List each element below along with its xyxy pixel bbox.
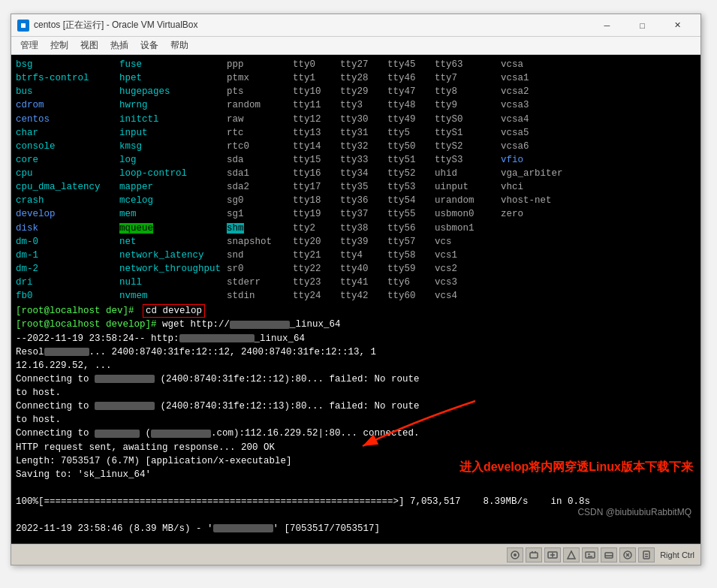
svg-rect-1 — [21, 23, 26, 28]
page-background: centos [正在运行] - Oracle VM VirtualBox ─ □… — [0, 0, 717, 588]
csdn-watermark: CSDN @biubiubiuRabbitMQ — [577, 507, 691, 517]
status-icon-4 — [563, 547, 580, 562]
title-bar: centos [正在运行] - Oracle VM VirtualBox ─ □… — [11, 14, 700, 37]
status-icon-7 — [619, 547, 636, 562]
status-icon-6 — [601, 547, 617, 562]
close-button[interactable]: ✕ — [661, 14, 694, 37]
menu-control[interactable]: 控制 — [44, 38, 74, 53]
status-icon-5 — [582, 547, 598, 562]
menu-hotplug[interactable]: 热插 — [104, 38, 134, 53]
svg-point-4 — [514, 553, 517, 556]
svg-rect-8 — [586, 552, 595, 558]
menu-help[interactable]: 帮助 — [164, 38, 194, 53]
right-ctrl-label: Right Ctrl — [660, 550, 694, 559]
menu-manage[interactable]: 管理 — [14, 38, 44, 53]
menu-bar: 管理 控制 视图 热插 设备 帮助 — [11, 37, 700, 55]
minimize-button[interactable]: ─ — [590, 14, 624, 37]
menu-view[interactable]: 视图 — [74, 38, 104, 53]
status-icon-8 — [638, 547, 655, 562]
terminal-area[interactable]: bsg btrfs-control bus cdrom centos char … — [11, 55, 700, 544]
virtualbox-window: centos [正在运行] - Oracle VM VirtualBox ─ □… — [11, 14, 701, 565]
status-icon-1 — [507, 547, 523, 562]
svg-rect-5 — [530, 553, 538, 558]
status-icon-3 — [544, 547, 561, 562]
window-title: centos [正在运行] - Oracle VM VirtualBox — [34, 19, 586, 32]
cd-develop-command: cd develop — [143, 304, 205, 318]
status-bar: Right Ctrl — [11, 544, 700, 565]
menu-devices[interactable]: 设备 — [134, 38, 164, 53]
vbox-icon — [17, 20, 29, 32]
terminal-output[interactable]: bsg btrfs-control bus cdrom centos char … — [11, 55, 700, 544]
svg-marker-7 — [568, 551, 575, 559]
maximize-button[interactable]: □ — [625, 14, 659, 37]
window-controls: ─ □ ✕ — [590, 14, 694, 37]
status-icon-2 — [526, 547, 542, 562]
svg-rect-12 — [643, 551, 649, 559]
